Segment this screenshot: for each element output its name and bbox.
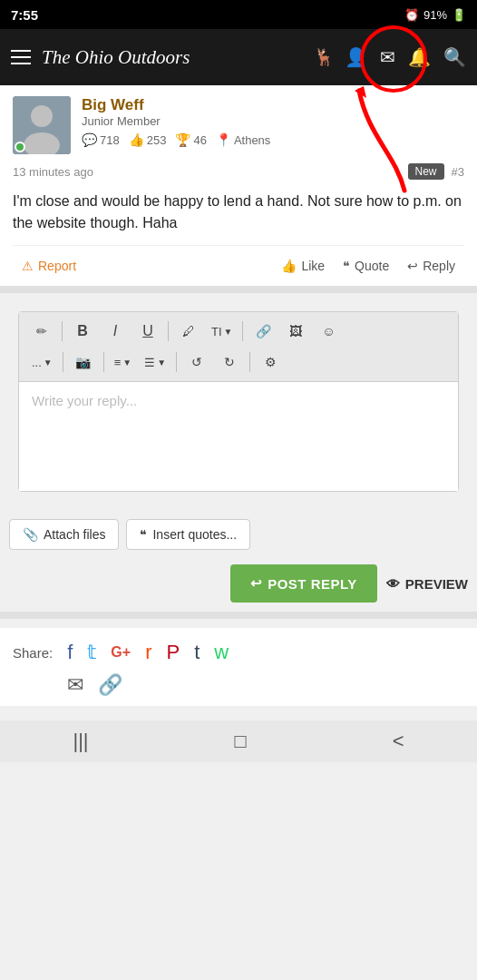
post-meta: 13 minutes ago New #3: [13, 163, 464, 180]
user-stats: 💬 718 👍 253 🏆 46 📍 Athens: [82, 132, 464, 147]
bell-icon[interactable]: 🔔: [408, 46, 431, 68]
like-button[interactable]: 👍 Like: [272, 255, 334, 277]
image-button[interactable]: 🖼: [280, 318, 311, 345]
attach-icon: 📎: [23, 527, 38, 542]
align-dropdown[interactable]: ≡ ▼: [109, 352, 138, 373]
messages-count: 718: [100, 133, 120, 147]
toolbar-separator-6: [176, 352, 177, 372]
post-content: I'm close and would be happy to lend a h…: [13, 185, 464, 245]
pen-tool-button[interactable]: ✏: [26, 318, 57, 345]
post-actions: ⚠ Report 👍 Like ❝ Quote ↩ Reply: [13, 245, 464, 286]
header: The Ohio Outdoors 🦌 👤 ✉ 🔔 🔍: [0, 29, 477, 85]
location-stat: 📍 Athens: [216, 132, 270, 147]
online-indicator: [15, 142, 25, 152]
bold-button[interactable]: B: [67, 318, 98, 345]
post-number: #3: [452, 165, 464, 179]
alarm-icon: ⏰: [404, 8, 419, 22]
toolbar-separator-1: [62, 321, 63, 341]
hamburger-menu[interactable]: [11, 50, 31, 64]
emoji-button[interactable]: ☺: [313, 318, 344, 345]
search-icon[interactable]: 🔍: [443, 46, 466, 68]
toolbar-separator-4: [63, 352, 63, 372]
likes-stat: 👍 253: [129, 132, 167, 147]
list-dropdown[interactable]: ☰ ▼: [139, 352, 171, 373]
editor-wrapper: ✏ B I U 🖊 TI ▼ 🔗 🖼 ☺ ... ▼: [0, 293, 477, 510]
battery-icon: 🔋: [452, 8, 466, 22]
reply-editor: ✏ B I U 🖊 TI ▼ 🔗 🖼 ☺ ... ▼: [18, 311, 459, 492]
share-row: Share: f 𝕥 G+ r P t w: [13, 641, 464, 664]
header-icons: 👤 ✉ 🔔 🔍: [345, 46, 466, 68]
user-info: Big Weff Junior Member 💬 718 👍 253 🏆 46 …: [82, 96, 464, 147]
undo-button[interactable]: ↺: [181, 348, 212, 376]
nav-bar: ||| □ <: [0, 720, 477, 762]
likes-icon: 👍: [129, 132, 144, 147]
toolbar-separator-2: [168, 321, 169, 341]
reply-icon: ↩: [407, 259, 418, 273]
editor-toolbar: ✏ B I U 🖊 TI ▼ 🔗 🖼 ☺ ... ▼: [19, 312, 458, 382]
whatsapp-share-icon[interactable]: w: [214, 641, 229, 664]
share-label: Share:: [13, 645, 53, 661]
nav-menu-button[interactable]: |||: [73, 730, 88, 753]
user-role: Junior Member: [82, 114, 464, 128]
reddit-share-icon[interactable]: r: [145, 641, 151, 664]
editor-placeholder: Write your reply...: [32, 393, 137, 408]
new-badge: New: [408, 163, 444, 180]
site-title: The Ohio Outdoors: [42, 46, 303, 69]
insert-quotes-button[interactable]: ❝ Insert quotes...: [126, 519, 250, 550]
status-bar: 7:55 ⏰ 91% 🔋: [0, 0, 477, 29]
quotes-icon: ❝: [140, 527, 147, 542]
section-divider-2: [0, 612, 477, 619]
link-button[interactable]: 🔗: [248, 318, 278, 345]
svg-point-2: [31, 105, 53, 127]
preview-button[interactable]: 👁 PREVIEW: [386, 576, 468, 592]
camera-button[interactable]: 📷: [68, 348, 99, 376]
link-share-icon[interactable]: 🔗: [98, 673, 122, 697]
underline-button[interactable]: U: [132, 318, 163, 345]
toolbar-separator-3: [242, 321, 243, 341]
italic-button[interactable]: I: [100, 318, 131, 345]
trophies-count: 46: [193, 133, 206, 147]
attach-files-button[interactable]: 📎 Attach files: [9, 519, 119, 550]
like-icon: 👍: [281, 259, 297, 273]
messages-stat: 💬 718: [82, 132, 120, 147]
redo-button[interactable]: ↻: [214, 348, 245, 376]
mail-icon[interactable]: ✉: [380, 46, 395, 68]
location-icon: 📍: [216, 132, 231, 147]
toolbar-row-1: ✏ B I U 🖊 TI ▼ 🔗 🖼 ☺: [26, 318, 451, 345]
status-time: 7:55: [11, 7, 38, 23]
preview-eye-icon: 👁: [386, 576, 400, 592]
email-share-icon[interactable]: ✉: [67, 673, 83, 697]
avatar-wrap: [13, 96, 71, 154]
post-reply-button[interactable]: ↩ POST REPLY: [230, 564, 377, 603]
editor-body[interactable]: Write your reply...: [19, 382, 458, 491]
trophies-stat: 🏆 46: [175, 132, 206, 147]
bottom-actions: 📎 Attach files ❝ Insert quotes...: [0, 510, 477, 559]
likes-count: 253: [147, 133, 167, 147]
location-text: Athens: [234, 133, 270, 147]
trophy-icon: 🏆: [175, 132, 190, 147]
quote-button[interactable]: ❝ Quote: [334, 255, 398, 277]
post-reply-row: ↩ POST REPLY 👁 PREVIEW: [0, 559, 477, 612]
text-size-dropdown[interactable]: TI ▼: [206, 321, 238, 342]
facebook-share-icon[interactable]: f: [67, 641, 73, 664]
settings-button[interactable]: ⚙: [255, 348, 286, 376]
post-timestamp: 13 minutes ago: [13, 165, 93, 179]
deer-icon: 🦌: [314, 47, 334, 67]
reply-button[interactable]: ↩ Reply: [398, 255, 464, 277]
font-color-button[interactable]: 🖊: [173, 318, 204, 345]
quote-icon: ❝: [343, 259, 350, 273]
messages-icon: 💬: [82, 132, 97, 147]
username: Big Weff: [82, 96, 464, 114]
tumblr-share-icon[interactable]: t: [194, 641, 200, 664]
nav-home-button[interactable]: □: [234, 730, 246, 753]
twitter-share-icon[interactable]: 𝕥: [87, 641, 96, 664]
more-dropdown[interactable]: ... ▼: [26, 352, 58, 373]
report-button[interactable]: ⚠ Report: [13, 255, 85, 277]
toolbar-separator-5: [103, 352, 104, 372]
googleplus-share-icon[interactable]: G+: [111, 644, 131, 661]
section-divider: [0, 286, 477, 293]
nav-back-button[interactable]: <: [393, 730, 404, 753]
pinterest-share-icon[interactable]: P: [166, 641, 180, 664]
toolbar-separator-7: [249, 352, 250, 372]
avatar-header-icon[interactable]: 👤: [345, 46, 367, 68]
